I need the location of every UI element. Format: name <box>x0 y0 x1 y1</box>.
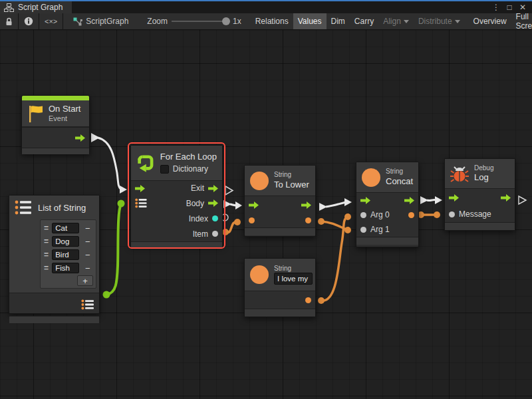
toolbar-button-values[interactable]: Values <box>293 13 327 29</box>
info-button[interactable] <box>19 13 39 29</box>
toolbar-button-fullscreen[interactable]: Full Screen <box>511 13 532 29</box>
string-value-field[interactable]: I love my <box>274 273 313 285</box>
node-debug-log[interactable]: Debug Log Message <box>444 158 515 231</box>
string-type-icon <box>250 172 269 190</box>
flow-output-port[interactable] <box>75 134 85 142</box>
drag-handle[interactable]: = <box>43 263 49 273</box>
port-label-exit: Exit <box>191 184 204 193</box>
toolbar-button-carry[interactable]: Carry <box>350 13 378 29</box>
list-item-row: = Cat − <box>42 221 94 235</box>
flow-output-port[interactable] <box>501 194 511 201</box>
node-footer <box>356 237 418 245</box>
list-item-row: = Fish − <box>42 261 94 275</box>
window-close-icon[interactable]: ✕ <box>517 3 528 12</box>
drag-handle[interactable]: = <box>43 237 49 246</box>
remove-item-button[interactable]: − <box>82 263 93 273</box>
node-footer <box>245 227 315 235</box>
toolbar-button-relations[interactable]: Relations <box>251 13 293 29</box>
index-output-port[interactable] <box>212 215 218 221</box>
node-string-concat[interactable]: String Concat Arg 0 Arg 1 <box>356 162 419 247</box>
node-category: String <box>386 168 413 176</box>
lock-icon <box>5 17 13 26</box>
node-footer <box>22 148 89 154</box>
list-item-field[interactable]: Bird <box>52 249 79 260</box>
node-list-of-string[interactable]: List of String = Cat − = Dog − = Bird − … <box>9 195 100 314</box>
node-string-to-lower[interactable]: String To Lower <box>244 165 316 237</box>
drag-handle[interactable]: = <box>43 250 49 259</box>
port-label-arg1: Arg 1 <box>370 225 390 234</box>
zoom-label: Zoom <box>147 17 168 26</box>
info-icon <box>24 17 33 26</box>
node-footer <box>131 241 222 248</box>
string-type-icon <box>362 168 380 187</box>
string-input-port[interactable] <box>249 217 255 223</box>
dictionary-label: Dictionary <box>173 164 208 174</box>
message-input-port[interactable] <box>449 211 455 217</box>
window-menu-icon[interactable]: ⋮ <box>491 3 501 12</box>
toolbar-button-align[interactable]: Align <box>378 13 414 29</box>
node-string-literal[interactable]: String I love my <box>244 258 316 317</box>
zoom-slider[interactable] <box>172 21 229 22</box>
zoom-slider-handle[interactable] <box>222 17 230 25</box>
remove-item-button[interactable]: − <box>82 223 93 233</box>
toolbar-button-distribute[interactable]: Distribute <box>414 13 465 29</box>
arg0-input-port[interactable] <box>360 212 366 218</box>
chevron-down-icon <box>455 20 460 23</box>
window-maximize-icon[interactable]: □ <box>504 3 515 12</box>
remove-item-button[interactable]: − <box>82 250 93 260</box>
port-label-item: Item <box>193 229 208 239</box>
result-output-port[interactable] <box>408 212 414 218</box>
port-label-message: Message <box>459 209 491 219</box>
string-output-port[interactable] <box>305 297 311 303</box>
list-item-field[interactable]: Fish <box>52 263 79 273</box>
list-input-port[interactable] <box>135 198 148 208</box>
window-titlebar: Script Graph ⋮ □ ✕ <box>0 0 532 13</box>
node-category: String <box>274 265 313 273</box>
node-title: To Lower <box>274 180 309 190</box>
node-subtitle: Event <box>49 114 80 124</box>
tab-script-graph[interactable]: Script Graph <box>0 1 72 13</box>
graph-selector[interactable]: ScriptGraph <box>63 13 134 29</box>
port-label-arg0: Arg 0 <box>370 210 390 219</box>
flow-input-port[interactable] <box>249 201 259 209</box>
arg1-input-port[interactable] <box>360 227 366 233</box>
script-graph-icon <box>72 17 82 27</box>
lock-button[interactable] <box>0 13 19 29</box>
flow-output-port[interactable] <box>404 197 414 204</box>
node-title: Log <box>474 172 493 183</box>
list-item-row: = Dog − <box>42 235 94 248</box>
graph-toolbar: <×> ScriptGraph Zoom 1x Relations Values… <box>0 13 532 30</box>
list-output-port[interactable] <box>81 299 95 310</box>
toolbar-button-dim[interactable]: Dim <box>327 13 350 29</box>
flow-input-port[interactable] <box>449 194 459 201</box>
flow-input-port[interactable] <box>135 185 145 192</box>
chevron-down-icon <box>404 20 409 23</box>
list-item-row: = Bird − <box>42 248 94 261</box>
flow-input-port[interactable] <box>360 197 370 204</box>
node-footer <box>445 222 515 230</box>
list-item-field[interactable]: Dog <box>52 236 79 247</box>
port-label-index: Index <box>189 214 208 223</box>
toolbar-button-overview[interactable]: Overview <box>469 13 511 29</box>
body-output-port[interactable] <box>208 200 218 207</box>
dictionary-checkbox[interactable] <box>160 165 169 174</box>
string-output-port[interactable] <box>305 217 311 223</box>
remove-item-button[interactable]: − <box>82 237 93 247</box>
tab-label: Script Graph <box>18 3 63 12</box>
flag-icon <box>27 104 43 123</box>
node-category: String <box>274 171 309 180</box>
list-item-field[interactable]: Cat <box>52 223 79 233</box>
item-output-port[interactable] <box>212 231 218 237</box>
exit-output-port[interactable] <box>208 185 218 192</box>
add-item-button[interactable]: + <box>77 275 93 286</box>
zoom-control: Zoom 1x <box>134 13 246 29</box>
code-view-glyph: <×> <box>45 17 57 25</box>
drag-handle[interactable]: = <box>43 223 49 233</box>
node-for-each-loop[interactable]: For Each Loop Dictionary Exit Body <box>130 145 223 246</box>
flow-output-port[interactable] <box>301 201 311 209</box>
list-icon <box>15 200 33 215</box>
node-footer <box>245 309 315 317</box>
node-on-start[interactable]: On Start Event <box>21 95 90 154</box>
code-view-button[interactable]: <×> <box>39 13 63 29</box>
node-title: List of String <box>38 203 86 213</box>
